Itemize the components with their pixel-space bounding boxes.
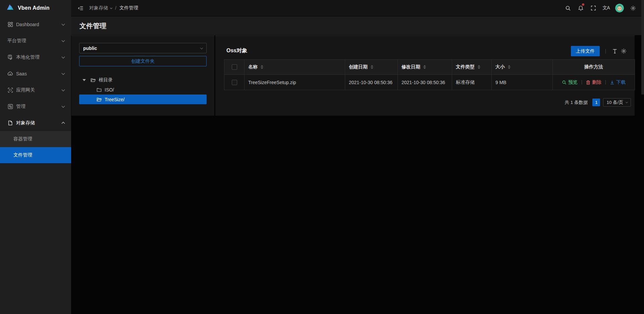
sort-icon [371,65,373,69]
sidebar-item-label: 对象存储 [16,120,35,126]
search-icon[interactable] [561,0,574,16]
column-header-filetype[interactable]: 文件类型 [452,60,492,75]
user-avatar[interactable] [615,4,624,12]
column-settings-gear-icon[interactable] [619,47,628,56]
folder-tree: 根目录 ISO/ TreeSize/ [79,75,207,104]
sidebar-subitem-label: 文件管理 [13,152,32,158]
chevron-down-icon [62,88,65,91]
row-height-icon[interactable] [610,47,619,56]
delete-link[interactable]: 删除 [586,79,601,85]
column-label: 创建日期 [349,64,368,70]
sort-icon [478,65,480,69]
select-all-header[interactable] [224,60,245,75]
sort-icon [261,65,263,69]
magnifier-icon [562,80,567,85]
cell-size: 9 MB [492,75,553,90]
sort-icon [423,65,426,69]
folder-open-icon [97,97,102,102]
sidebar-subitem-file-management[interactable]: 文件管理 [0,147,71,163]
table-header-row: 名称 创建日期 修改日期 文件类型 [224,60,635,75]
chevron-down-icon [626,101,628,103]
bucket-tree-panel: public 创建文件夹 根目录 [71,36,214,116]
fullscreen-icon[interactable] [587,0,600,16]
chevron-down-icon [62,71,65,75]
oss-objects-table: 名称 创建日期 修改日期 文件类型 [224,59,635,90]
breadcrumb: 对象存储 / 文件管理 [89,5,138,11]
sliders-icon [7,104,13,109]
download-link[interactable]: 下载 [610,79,626,85]
page-size-select[interactable]: 10 条/页 [603,98,631,107]
sidebar-subitem-label: 容器管理 [13,136,32,142]
cell-created: 2021-10-30 08:50:36 [345,75,398,90]
menu-fold-icon[interactable] [76,3,85,13]
sidebar-item-platform[interactable]: 平台管理 [0,33,71,49]
svg-text:A: A [9,55,11,58]
column-header-created[interactable]: 创建日期 [345,60,398,75]
breadcrumb-current: 文件管理 [119,5,138,11]
dashboard-icon [7,21,13,27]
settings-gear-icon[interactable] [627,0,639,16]
column-label: 大小 [495,64,505,70]
sidebar: Vben Admin Dashboard 平台管理 [0,0,71,314]
bucket-select-value: public [83,46,201,51]
tree-node-root[interactable]: 根目录 [79,75,207,85]
caret-down-icon[interactable] [83,79,86,81]
sidebar-item-object-storage[interactable]: 对象存储 [0,115,71,131]
column-label: 名称 [248,64,258,70]
sidebar-subitem-container-management[interactable]: 容器管理 [0,131,71,147]
notification-bell-icon[interactable] [574,0,587,16]
sidebar-item-saas[interactable]: Saas [0,65,71,82]
sidebar-item-management[interactable]: 管理 [0,98,71,115]
sidebar-item-localization[interactable]: A 本地化管理 [0,49,71,65]
tree-node-label: 根目录 [99,77,113,83]
translate-icon[interactable]: 文A [600,0,612,16]
upload-file-button[interactable]: 上传文件 [571,46,600,56]
column-header-actions: 操作方法 [553,60,635,75]
pagination: 共 1 条数据 1 10 条/页 [565,98,631,107]
breadcrumb-separator: / [115,5,116,11]
top-header: 对象存储 / 文件管理 [71,0,644,16]
page-title: 文件管理 [79,21,106,30]
sidebar-item-label: 平台管理 [7,38,26,44]
cell-actions: 预览 删除 [553,75,635,90]
page-size-value: 10 条/页 [606,100,623,106]
bucket-select[interactable]: public [79,43,207,53]
chevron-down-icon [62,22,65,25]
breadcrumb-parent[interactable]: 对象存储 [89,5,112,11]
row-select-cell [224,75,245,90]
app-root: Vben Admin Dashboard 平台管理 [0,0,644,314]
vben-logo-icon [5,3,15,13]
column-label: 操作方法 [584,64,603,69]
column-header-name[interactable]: 名称 [245,60,345,75]
sidebar-item-gateway[interactable]: 应用网关 [0,82,71,98]
translate-icon: A [7,54,13,60]
column-header-modified[interactable]: 修改日期 [398,60,452,75]
chevron-down-icon [62,39,65,42]
pagination-page-1[interactable]: 1 [592,99,600,106]
chevron-down-icon [200,46,203,49]
header-actions: 文A [561,0,639,16]
preview-label: 预览 [568,79,578,85]
tree-node-iso[interactable]: ISO/ [79,85,207,95]
column-header-size[interactable]: 大小 [492,60,553,75]
action-divider [582,80,582,84]
tree-node-treesize[interactable]: TreeSize/ [79,95,207,104]
download-icon [610,80,614,85]
cell-modified: 2021-10-30 08:50:36 [398,75,452,90]
vertical-scrollbar[interactable] [641,0,644,95]
app-logo[interactable]: Vben Admin [0,0,71,16]
folder-open-icon [91,77,96,83]
sidebar-item-label: 本地化管理 [16,54,40,60]
sidebar-item-dashboard[interactable]: Dashboard [0,16,71,33]
select-all-checkbox[interactable] [232,64,237,70]
tree-node-label: ISO/ [105,87,114,92]
gateway-icon [7,87,13,93]
document-icon [7,120,13,126]
oss-objects-panel: Oss对象 上传文件 [215,36,635,116]
action-divider [605,80,606,84]
preview-link[interactable]: 预览 [562,79,578,85]
breadcrumb-parent-label: 对象存储 [89,5,108,11]
row-checkbox[interactable] [232,80,237,85]
sidebar-item-label: Dashboard [16,22,39,27]
create-folder-button[interactable]: 创建文件夹 [79,56,207,66]
